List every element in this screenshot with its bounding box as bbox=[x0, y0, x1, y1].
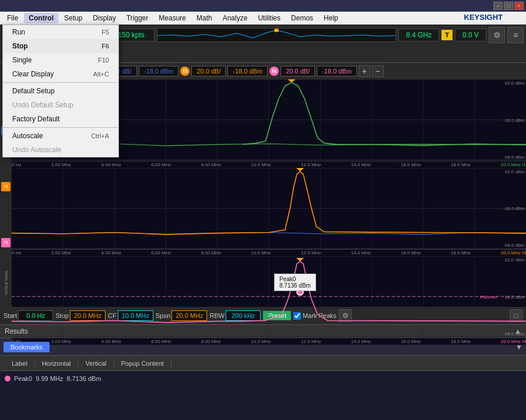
dd-clear-display[interactable]: Clear Display Alt+C bbox=[3, 67, 118, 81]
chart-panel-2: 62.0 dBm -18.0 dBm -98.0 dBm bbox=[12, 168, 526, 250]
menu-help[interactable]: Help bbox=[319, 13, 343, 23]
bookmarks-tab[interactable]: Bookmarks bbox=[3, 342, 50, 352]
ch3-dbm-val: -18.0 dBm bbox=[227, 66, 268, 76]
y-mid-3: -18.0 dBm bbox=[503, 294, 525, 299]
y-bot-2: -98.0 dBm bbox=[503, 243, 525, 248]
y-top-3: 62.0 dBm bbox=[505, 257, 525, 262]
svg-marker-41 bbox=[296, 258, 304, 261]
menu-display[interactable]: Display bbox=[88, 13, 120, 23]
ch3-db-val: 20.0 dB/ bbox=[191, 66, 226, 76]
dd-stop[interactable]: Stop F6 bbox=[3, 39, 118, 53]
ch3-left-indicator[interactable]: f3 bbox=[1, 182, 10, 191]
y-top-1: 62.0 dBm bbox=[505, 80, 525, 86]
bk-col-vertical[interactable]: Vertical bbox=[78, 360, 114, 367]
x-labels-1: 0 Hz2.00 MHz4.00 MHz6.00 MHz8.00 MHz10.0… bbox=[12, 162, 526, 168]
keysight-logo: KEYSIGHT bbox=[464, 13, 503, 22]
bookmarks-content: Peak0 9.99 MHz 8.7136 dBm bbox=[0, 371, 526, 386]
bookmark-label: Peak0 bbox=[14, 375, 32, 382]
menu-trigger[interactable]: Trigger bbox=[122, 13, 153, 23]
ch4-left-indicator[interactable]: f4 bbox=[1, 238, 10, 247]
menu-bar: File Control Setup Display Trigger Measu… bbox=[0, 12, 526, 24]
ch2-dbm-val: -18.0 dBm bbox=[139, 66, 179, 76]
menu-utilities[interactable]: Utilities bbox=[253, 13, 285, 23]
bk-col-popup[interactable]: Popup Content bbox=[114, 360, 171, 367]
dd-undo-autoscale: Undo Autoscale bbox=[3, 143, 118, 157]
dd-divider-1 bbox=[3, 82, 118, 83]
close-button[interactable]: × bbox=[514, 2, 524, 10]
remove-measurement-button[interactable]: − bbox=[372, 65, 384, 77]
svg-marker-26 bbox=[296, 168, 304, 172]
svg-marker-13 bbox=[287, 79, 295, 83]
peak-tooltip: Peak0 8.7136 dBm bbox=[274, 274, 316, 291]
menu-measure[interactable]: Measure bbox=[154, 13, 191, 23]
ch4-indicator[interactable]: f4 bbox=[269, 66, 279, 76]
trigger-indicator: T bbox=[441, 30, 453, 40]
peak-tooltip-value: 8.7136 dBm bbox=[279, 282, 311, 289]
add-measurement-button[interactable]: + bbox=[359, 65, 370, 77]
waveform-preview bbox=[157, 28, 396, 42]
menu-setup[interactable]: Setup bbox=[59, 13, 87, 23]
x-labels-2: 0 Hz2.00 MHz4.00 MHz6.00 MHz8.00 MHz10.0… bbox=[12, 250, 526, 256]
bookmark-dot bbox=[5, 376, 10, 382]
svg-point-0 bbox=[274, 29, 279, 32]
bookmarks-header: Label Horizontal Vertical Popup Content bbox=[0, 356, 526, 371]
title-bar: – □ × bbox=[0, 0, 526, 12]
bk-col-label[interactable]: Label bbox=[5, 360, 35, 367]
dd-single[interactable]: Single F10 bbox=[3, 53, 118, 67]
maximize-button[interactable]: □ bbox=[504, 2, 513, 10]
dd-run[interactable]: Run F5 bbox=[3, 25, 118, 39]
ch4-dbm-val: -18.0 dBm bbox=[317, 66, 357, 76]
peak-tooltip-label: Peak0 bbox=[279, 276, 311, 282]
x-labels-3: 0 Hz2.00 MHz4.00 MHz6.00 MHz8.00 MHz10.0… bbox=[12, 338, 526, 345]
menu-analyze[interactable]: Analyze bbox=[218, 13, 253, 23]
freq-display: 8.4 GHz bbox=[398, 29, 439, 41]
chart-panel-3: PkLevel Peak0 8.7136 dBm 62.0 dBm -18.0 … bbox=[12, 256, 526, 338]
dd-undo-default-setup: Undo Default Setup bbox=[3, 98, 118, 112]
dd-factory-default[interactable]: Factory Default bbox=[3, 112, 118, 126]
dd-default-setup[interactable]: Default Setup bbox=[3, 84, 118, 98]
ch3-indicator[interactable]: f3 bbox=[180, 66, 190, 76]
menu-file[interactable]: File bbox=[2, 13, 23, 23]
bookmark-vertical: 8.7136 dBm bbox=[66, 375, 101, 382]
bk-col-horizontal[interactable]: Horizontal bbox=[35, 360, 79, 367]
minimize-button[interactable]: – bbox=[493, 2, 503, 10]
control-dropdown-menu: Run F5 Stop F6 Single F10 Clear Display … bbox=[2, 24, 119, 158]
vert-meas-label: Vertical Meas bbox=[4, 271, 8, 295]
bookmark-row: Peak0 9.99 MHz 8.7136 dBm bbox=[5, 375, 101, 382]
bookmark-horizontal: 9.99 MHz bbox=[36, 375, 63, 382]
y-mid-1: -18.0 dBm bbox=[503, 117, 525, 123]
settings-icon[interactable]: ⚙ bbox=[489, 27, 505, 43]
more-icon[interactable]: ≡ bbox=[507, 27, 524, 43]
bookmarks-expand-button[interactable]: ▼ bbox=[516, 343, 523, 351]
y-mid-2: -18.0 dBm bbox=[503, 206, 525, 211]
volt-display: 0.0 V bbox=[455, 29, 486, 41]
dd-autoscale[interactable]: Autoscale Ctrl+A bbox=[3, 129, 118, 143]
y-bot-1: -98.0 dBm bbox=[503, 155, 525, 160]
menu-math[interactable]: Math bbox=[192, 13, 217, 23]
dd-divider-2 bbox=[3, 127, 118, 128]
y-bot-3: -98.0 dBm bbox=[503, 331, 525, 337]
y-top-2: 62.0 dBm bbox=[505, 169, 525, 174]
ch4-db-val: 20.0 dB/ bbox=[280, 66, 315, 76]
menu-demos[interactable]: Demos bbox=[286, 13, 318, 23]
menu-control[interactable]: Control bbox=[24, 13, 58, 23]
pk-level-label: PkLevel bbox=[481, 294, 497, 299]
